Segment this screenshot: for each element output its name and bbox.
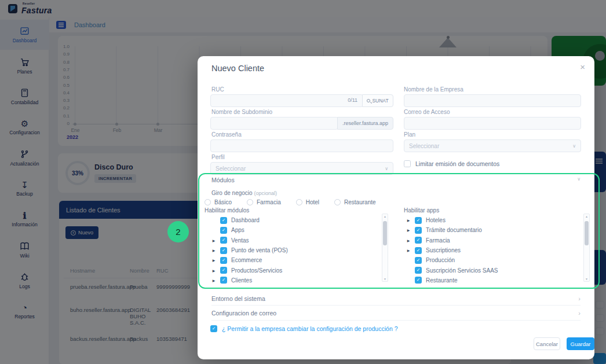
production-checkbox[interactable]: ✓ [210, 325, 217, 332]
module-item[interactable]: ▶✓Punto de venta (POS) [211, 245, 385, 255]
scroll-down-icon[interactable]: ▼ [384, 277, 386, 281]
close-icon[interactable]: × [580, 62, 585, 72]
module-label: Apps [231, 227, 244, 233]
module-item[interactable]: ▶✓Productos/Servicios [211, 265, 385, 275]
habilitar-modulos-label: Habilitar módulos [205, 207, 249, 214]
giro-option-basico[interactable]: Básico [205, 199, 232, 205]
correo-config-label: Configuracion de correo [211, 310, 276, 317]
module-label: Productos/Servicios [231, 267, 282, 274]
check-icon: ✓ [222, 228, 226, 233]
entorno-section-header[interactable]: Entorno del sistema › [211, 295, 581, 302]
scroll-thumb[interactable] [585, 221, 589, 245]
tree-arrow-icon[interactable]: ▶ [211, 258, 216, 262]
app-item[interactable]: ▶✓Hoteles [406, 215, 580, 225]
check-icon: ✓ [417, 268, 421, 273]
app-checkbox[interactable]: ✓ [415, 277, 422, 284]
app-item[interactable]: ▶✓Trámite documentario [406, 225, 580, 235]
module-checkbox[interactable]: ✓ [220, 247, 227, 254]
app-label: Restaurante [426, 277, 457, 284]
tree-arrow-icon[interactable]: ▶ [406, 228, 411, 232]
scroll-down-icon[interactable]: ▼ [585, 277, 588, 281]
empresa-input[interactable] [404, 94, 581, 107]
production-row: ✓ ¿ Permitir a la empresa cambiar la con… [210, 325, 397, 332]
ruc-counter: 0/11 [348, 97, 357, 103]
scroll-thumb[interactable] [383, 221, 387, 245]
module-item[interactable]: ✓Dashboard [211, 215, 385, 225]
save-button[interactable]: Guardar [567, 337, 594, 350]
app-checkbox[interactable]: ✓ [415, 267, 422, 274]
scroll-up-icon[interactable]: ▲ [384, 214, 386, 219]
module-checkbox[interactable]: ✓ [220, 217, 227, 224]
scroll-track[interactable] [383, 219, 387, 277]
tree-arrow-icon[interactable]: ▶ [406, 248, 411, 252]
subdominio-input[interactable] [210, 117, 338, 130]
check-icon: ✓ [417, 278, 421, 282]
giro-option-farmacia[interactable]: Farmacia [247, 199, 281, 205]
ruc-input-group: 0/11 SUNAT [210, 94, 393, 107]
module-item[interactable]: ▶✓Clientes [211, 275, 385, 285]
tree-arrow-icon[interactable]: ▶ [211, 248, 216, 252]
module-checkbox[interactable]: ✓ [220, 227, 227, 234]
check-icon: ✓ [417, 258, 421, 263]
module-label: Ventas [231, 237, 249, 244]
production-label: ¿ Permitir a la empresa cambiar la confi… [222, 325, 397, 332]
app-checkbox[interactable]: ✓ [415, 237, 422, 244]
empresa-input-group [404, 94, 581, 107]
plan-select[interactable]: Seleccionar ∨ [404, 139, 581, 152]
apps-list: ▶✓Hoteles ▶✓Trámite documentario ▶✓Farma… [406, 215, 580, 285]
chevron-down-icon: ∨ [572, 144, 576, 149]
app-checkbox[interactable]: ✓ [415, 217, 422, 224]
chevron-down-icon: ∨ [385, 166, 388, 171]
giro-option-label: Básico [214, 199, 232, 205]
tree-arrow-icon[interactable]: ▶ [406, 238, 411, 242]
perfil-select[interactable]: Seleccionar ∨ [210, 162, 393, 175]
app-item[interactable]: ▶✓Suscriptiones [406, 245, 580, 255]
app-item[interactable]: ✓Producción [406, 255, 580, 265]
app-checkbox[interactable]: ✓ [415, 257, 422, 264]
check-icon: ✓ [212, 326, 216, 331]
tree-arrow-icon[interactable]: ▶ [406, 218, 411, 222]
app-item[interactable]: ✓Restaurante [406, 275, 580, 285]
sunat-label: SUNAT [372, 98, 388, 104]
app-checkbox[interactable]: ✓ [415, 247, 422, 254]
chevron-right-icon: › [578, 295, 581, 302]
app-root: Reseller Fastura Dashboard Planes Contab… [0, 0, 606, 364]
sunat-button[interactable]: SUNAT [362, 94, 393, 107]
app-checkbox[interactable]: ✓ [415, 227, 422, 234]
tree-arrow-icon[interactable]: ▶ [211, 238, 216, 242]
tree-arrow-icon[interactable]: ▶ [211, 278, 216, 282]
module-item[interactable]: ▶✓Ventas [211, 236, 385, 245]
module-checkbox[interactable]: ✓ [220, 237, 227, 244]
radio-icon[interactable] [334, 199, 341, 205]
app-item[interactable]: ▶✓Farmacia [406, 236, 580, 245]
module-item[interactable]: ✓Apps [211, 225, 385, 235]
app-label: Suscriptiones [426, 247, 461, 253]
modules-scrollbar[interactable]: ▲ ▼ [382, 214, 388, 282]
limitar-checkbox[interactable] [404, 160, 411, 167]
apps-scrollbar[interactable]: ▲ ▼ [583, 214, 590, 282]
scroll-up-icon[interactable]: ▲ [585, 214, 588, 219]
module-checkbox[interactable]: ✓ [220, 257, 227, 264]
modules-section-header[interactable]: Módulos ∨ [211, 177, 581, 183]
giro-option-restaurante[interactable]: Restaurante [334, 199, 375, 205]
correo-section-header[interactable]: Configuracion de correo › [211, 310, 581, 317]
subdominio-label: Nombre de Subdominio [211, 109, 272, 115]
scroll-track[interactable] [585, 219, 589, 277]
giro-option-hotel[interactable]: Hotel [296, 199, 319, 205]
contrasena-input[interactable] [210, 139, 393, 152]
app-item[interactable]: ✓Suscripción Servicios SAAS [406, 265, 580, 275]
tree-arrow-icon[interactable]: ▶ [211, 269, 216, 273]
cancel-button[interactable]: Cancelar [534, 337, 560, 350]
module-checkbox[interactable]: ✓ [220, 267, 227, 274]
ruc-input[interactable] [210, 94, 363, 107]
app-label: Suscripción Servicios SAAS [426, 267, 498, 274]
radio-icon[interactable] [205, 199, 211, 205]
correo-input[interactable] [404, 117, 581, 130]
module-item[interactable]: ▶✓Ecommerce [211, 255, 385, 265]
limitar-row: Limitar emisión de documentos [404, 160, 499, 167]
radio-icon[interactable] [247, 199, 253, 205]
radio-icon[interactable] [296, 199, 302, 205]
module-checkbox[interactable]: ✓ [220, 277, 227, 284]
subdominio-input-group: .reseller.fastura.app [210, 117, 393, 130]
giro-option-label: Farmacia [257, 199, 281, 205]
